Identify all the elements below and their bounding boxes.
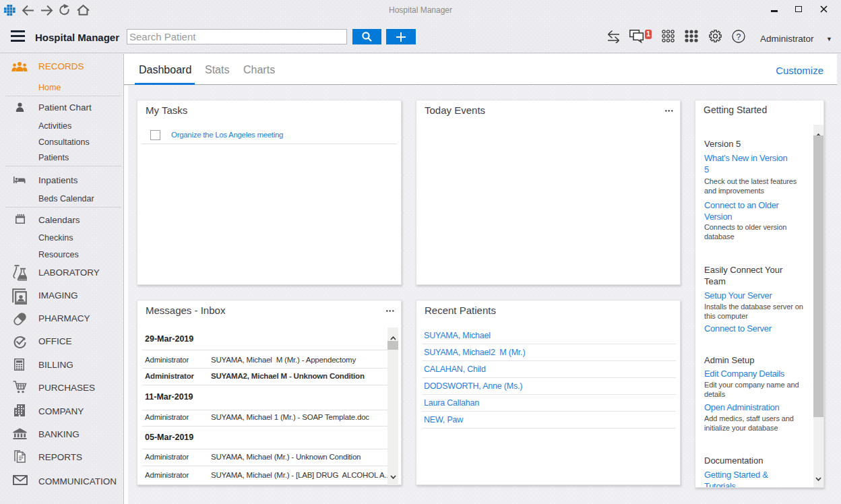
svg-text:?: ? [737,32,741,42]
